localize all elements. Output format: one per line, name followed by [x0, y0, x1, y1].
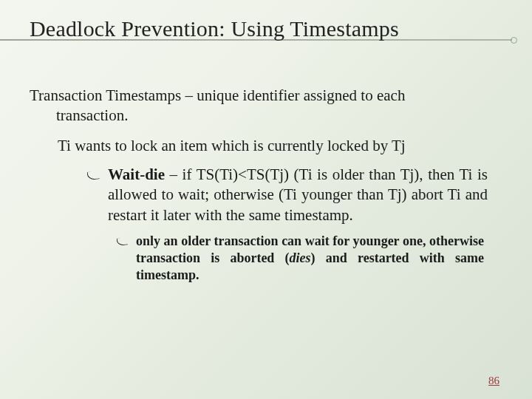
definition-term: Transaction Timestamps: [30, 86, 181, 104]
slide-title: Deadlock Prevention: Using Timestamps: [30, 16, 502, 41]
wait-die-text: – if TS(Ti)<TS(Tj) (Ti is older than Tj)…: [108, 166, 488, 224]
wait-die-term: Wait-die: [108, 166, 165, 183]
scenario-paragraph: Ti wants to lock an item which is curren…: [58, 136, 502, 156]
slide-body: Deadlock Prevention: Using Timestamps Tr…: [0, 0, 532, 399]
sub-bullet-em: dies: [290, 250, 311, 265]
definition-text-line1: – unique identifier assigned to each: [181, 86, 405, 104]
wait-die-bullet: Wait-die – if TS(Ti)<TS(Tj) (Ti is older…: [87, 165, 502, 225]
definition-text-line2: transaction.: [30, 106, 502, 126]
definition-paragraph: Transaction Timestamps – unique identifi…: [30, 86, 502, 126]
page-number: 86: [488, 375, 499, 387]
wait-die-sub-bullet: only an older transaction can wait for y…: [117, 233, 502, 284]
